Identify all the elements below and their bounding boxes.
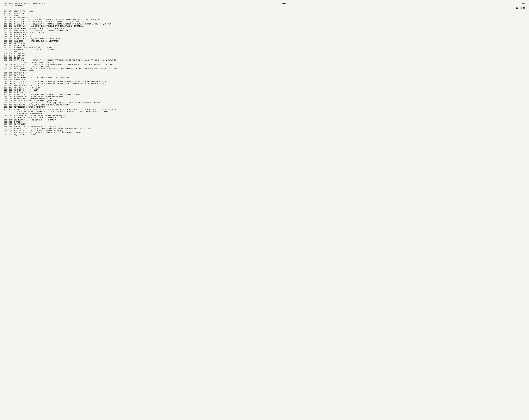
table-row: 287287Л147-1' 2,3.8+5,3.5' 22,9* — [4, 85, 525, 87]
table-row: 262262Е6-179(Ас=50,7)' 0,2.2+0,3.4+3.1+0… — [4, 27, 525, 29]
row-num2: 292 — [9, 96, 14, 98]
table-row: 288288Л147-13' 1,7.8+4,6.3' 32,1* — [4, 87, 525, 89]
row-num1: 288 — [4, 87, 9, 89]
header-program-title: ПРОГРАММНЫЙ КОМПЛЕКС АВС-3ЕС ( РЕДАКЦИЯ … — [4, 3, 47, 4]
row-num1: 277 — [4, 59, 9, 64]
row-text: Л1с2-39' 2,16.(7+2)' 10,1' СТОИМОСТЬ ОКО… — [14, 127, 525, 129]
table-row: 255255Е7-232' 15+1* — [4, 12, 525, 14]
header-doc-ref: 903-1-25087 №д 24442 — [4, 4, 47, 6]
row-num1: 290 — [4, 91, 9, 93]
header-number-top: 3897 — [521, 3, 525, 4]
row-num1: 287 — [4, 85, 9, 87]
row-num1: 289 — [4, 89, 9, 91]
table-row: 294294Е6-84' 8,19,0.0,001' ' ЗАКЛАДНЫЕ И… — [4, 100, 525, 102]
row-num1: 307 — [4, 132, 9, 134]
table-row: 270270Е6-84' 0,8з* — [4, 44, 525, 47]
row-num1: 260 — [4, 23, 9, 25]
row-num2: 270 — [9, 44, 14, 47]
table-row: 264264Е6-33(А2=33,08)' 4.0,2' ' + -ТО МЕ… — [4, 32, 525, 34]
table-row: 277277ЛТ ССЦ П.8-117(=1)' 599,4' 7,10' С… — [4, 59, 525, 64]
row-num1: 269 — [4, 42, 9, 44]
row-num1: 256 — [4, 14, 9, 17]
row-num1: 274 — [4, 53, 9, 55]
row-num2: 277 — [9, 59, 14, 64]
row-text: Е13-160*К=с*(А1.с)(Р1.с)' 050' ' + -В 2С… — [14, 119, 525, 121]
row-num1: 283 — [4, 76, 9, 78]
row-text: Е9-116' (24.20,7+12.с04,4+2.360,4).0,001… — [14, 93, 525, 95]
row-num2: 291 — [9, 93, 14, 95]
row-text: Л147-13' 1,7.8+4,6.3' 32,1* — [14, 87, 525, 89]
row-num1: 280 — [4, 68, 9, 72]
table-row: 306306Л1с2-40' 3,24.1' 15,2' СТОИМОСТЬ О… — [4, 130, 525, 132]
row-text: Л1с1-1905' 030' ' СТОИМОСТЬ МЕТАЛЛОКОНСТ… — [14, 96, 525, 98]
row-text: Л1с4-1с' 2,17* — [14, 72, 525, 74]
row-num1: 255 — [4, 12, 9, 14]
table-row: 302302Р ПРОЕМЫ* — [4, 121, 525, 123]
row-num1: 265 — [4, 34, 9, 36]
row-num2: 265 — [9, 34, 14, 36]
row-num2: 293 — [9, 98, 14, 100]
row-text: Е1у-08' 136+с+2+7+2+1* — [14, 134, 525, 136]
row-num2: 303 — [9, 123, 14, 125]
row-text: Е6-179(Ас=50,7)' 0,2.2+0,3.4+3.1+0,8' ' … — [14, 27, 525, 29]
row-num1: 298 — [4, 108, 9, 115]
row-num2: 276 — [9, 57, 14, 59]
row-num2: 308 — [9, 134, 14, 136]
row-num2: 298 — [9, 108, 14, 115]
page-header: ПРОГРАММНЫЙ КОМПЛЕКС АВС-3ЕС ( РЕДАКЦИЯ … — [4, 3, 525, 6]
row-num1: 294 — [4, 100, 9, 102]
table-row: 263263Е6-13(А2=32,91)' 12.0,с+4.0,4' ' +… — [4, 29, 525, 32]
row-num2: 300 — [9, 117, 14, 119]
table-row: 293293Е6-83' 0,002' ' ЗАКЛАДНЫЕ ИЗДЕЛИЯ … — [4, 98, 525, 100]
table-row: 296296Л147-16' 031.1000' 17,0' МЕТАЛЛИЗА… — [4, 104, 525, 106]
row-num2: 272 — [9, 49, 14, 51]
header-page-number: -82- — [282, 3, 286, 5]
row-num2: 275 — [9, 55, 14, 57]
row-num2: 274 — [9, 53, 14, 55]
table-row: 271271Е13-121' (0,3+0,46+0,85).29' ' + -… — [4, 47, 525, 49]
row-num2: 280 — [9, 68, 14, 72]
row-text: Е7-235' <1+1* — [14, 14, 525, 17]
row-text: Л121-2019' 055' ' СТОИМОСТЬ МЕТАЛЛОКОНСТ… — [14, 115, 525, 117]
row-text: ЛТ ССЦ П.8-492(=1)' 86,29' 17,7' СТОИМОС… — [14, 23, 525, 25]
row-text: Л147-16' 031.1000' 17,0' МЕТАЛЛИЗАЦИЯ ЭЛ… — [14, 104, 525, 106]
row-num1: 300 — [4, 117, 9, 119]
row-num1: 302 — [4, 121, 9, 123]
row-text: СТ ССЦ П.8-256(=1)' 0,06.8' 90,2' СТОИМО… — [14, 81, 525, 83]
row-num2: 281 — [9, 72, 14, 74]
row-num1: 279 — [4, 66, 9, 68]
row-text: ЛТ ССЦ П.8-121(=1)' 1332' 6,18' ТО ЖЕ ШИ… — [14, 64, 525, 66]
table-row: 307307Л1с2-4с' 4,3с.(136+2+2)' 13,7' СТО… — [4, 132, 525, 134]
row-num1: 258 — [4, 19, 9, 21]
row-num2: 295 — [9, 102, 14, 104]
table-row: 281281Л1с4-1с' 2,17* — [4, 72, 525, 74]
row-text: Е13-121' (0,3+0,46+0,85).29' ' + -ГО-0с0… — [14, 47, 525, 49]
row-text: Е6-83' 0,002' ' ЗАКЛАДНЫЕ ИЗДЕЛИЯ МК-2с* — [14, 98, 525, 100]
row-num2: 307 — [9, 132, 14, 134]
table-row: 303303П2*А)ОКОННЫЕ* — [4, 123, 525, 125]
table-row: 279279Л147-24' 8,3' 41,3' + -ДОПОЛНИТЕЛЬ… — [4, 66, 525, 68]
table-row: 273273Р6* — [4, 51, 525, 53]
row-num2: 294 — [9, 100, 14, 102]
table-row: 300300Е13-121' (055+030+0.01+0.002+0.10)… — [4, 117, 525, 119]
row-num1: 271 — [4, 47, 9, 49]
table-row: 298298Е9-210' (29.2,35+31,с.9+2,35.29+6,… — [4, 108, 525, 115]
row-num1: 281 — [4, 72, 9, 74]
row-num2: 267 — [9, 38, 14, 40]
table-row: 297297П2*ПОДВЕСКИ ПОКРЫТИЯ И ПЕРЕКРЫТИЯ* — [4, 106, 525, 108]
row-num1: 304 — [4, 125, 9, 127]
table-row: 275275Е7-241' 76* — [4, 55, 525, 57]
row-num1: 266 — [4, 36, 9, 38]
table-row: 254254П2ФГ)НА ГТМ. 10.800#* — [4, 10, 525, 12]
row-num1: 308 — [4, 134, 9, 136]
row-num2: 296 — [9, 104, 14, 106]
row-num2: 260 — [9, 23, 14, 25]
row-num1: 297 — [4, 106, 9, 108]
table-row: 268268Л1с1-1905' 0,3' ' СТОИМОСТЬ БАЛОК … — [4, 40, 525, 42]
row-text: Е9-116' 50,2.5,94.0,у01' ' МОНИАМ СТАЛЬН… — [14, 38, 525, 40]
row-num2: 283 — [9, 76, 14, 78]
row-text: Л147-8' 3.2,6' 25* — [14, 91, 525, 93]
row-num2: 304 — [9, 125, 14, 127]
table-row: 276276Е7-534' 18* — [4, 57, 525, 59]
row-num2: 278 — [9, 64, 14, 66]
